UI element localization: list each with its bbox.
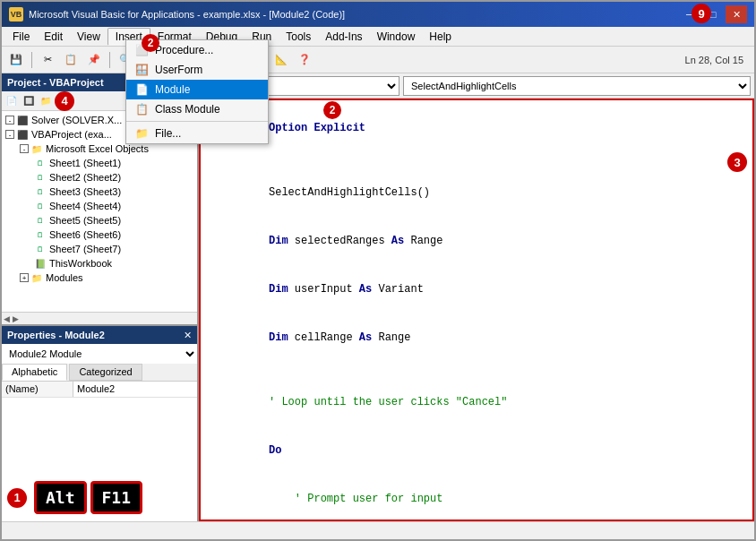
prop-name-value[interactable]: Module2: [73, 382, 197, 397]
vbaproject-icon: ⬛: [16, 128, 29, 141]
drop-classmodule[interactable]: 📋 Class Module: [126, 99, 268, 119]
code-comment-2: ' Prompt user for input: [204, 475, 749, 521]
pt-refresh[interactable]: 4: [55, 91, 74, 111]
drop-sep: [126, 121, 268, 122]
properties-title: Properties - Module2 ✕: [2, 326, 197, 344]
tb-design[interactable]: 📐: [271, 50, 292, 70]
tab-alphabetic[interactable]: Alphabetic: [2, 364, 67, 381]
tree-vbaproject-label: VBAProject (exa...: [31, 129, 112, 140]
pt-view-code[interactable]: 📄: [4, 93, 20, 109]
toolbar: 💾 ✂ 📋 📌 🔍 ↩ ↪ ▶ ⏸ ■ 📐 ❓ Ln 28, Col 15: [2, 47, 754, 73]
menu-help[interactable]: Help: [422, 29, 459, 45]
tb-copy[interactable]: 📋: [60, 50, 82, 70]
menu-view[interactable]: View: [70, 29, 107, 45]
title-controls: ─ □ ✕: [679, 5, 747, 23]
h-scroll[interactable]: ◀ ▶: [2, 312, 197, 324]
tree-sheet5-label: Sheet5 (Sheet5): [49, 215, 121, 226]
props-row-name: (Name) Module2: [2, 382, 197, 398]
key-f11: F11: [90, 481, 143, 514]
code-editor[interactable]: Option Explicit SelectAndHighlightCells(…: [199, 99, 754, 521]
sheet2-icon: 🗒: [34, 171, 47, 184]
app-icon: VB: [9, 7, 23, 21]
wb-icon: 📗: [34, 257, 47, 270]
tree-sheet3[interactable]: 🗒 Sheet3 (Sheet3): [4, 185, 195, 199]
properties-close[interactable]: ✕: [184, 330, 192, 341]
status-bar: [2, 521, 754, 539]
sheet7-icon: 🗒: [34, 243, 47, 255]
tb-paste[interactable]: 📌: [83, 50, 105, 70]
pt-toggle-folders[interactable]: 📁: [38, 93, 54, 109]
properties-title-text: Properties - Module2: [7, 330, 105, 340]
props-selector[interactable]: Module2 Module: [2, 344, 197, 364]
code-area: (al) SelectAndHighlightCells Option Expl…: [199, 73, 754, 521]
code-blank-1: [204, 152, 749, 168]
tree-modules-label: Modules: [46, 272, 83, 283]
tree-sheet7[interactable]: 🗒 Sheet7 (Sheet7): [4, 242, 195, 256]
ln-col-info: Ln 28, Col 15: [685, 55, 743, 65]
close-button[interactable]: ✕: [726, 5, 747, 23]
tree-sheet5[interactable]: 🗒 Sheet5 (Sheet5): [4, 213, 195, 228]
drop-procedure-label: Procedure...: [155, 44, 213, 56]
tree-sheet6-label: Sheet6 (Sheet6): [49, 229, 121, 240]
sheet1-icon: 🗒: [34, 157, 47, 169]
tree-sheet3-label: Sheet3 (Sheet3): [49, 186, 121, 197]
badge-1: 1: [7, 488, 27, 508]
menu-file[interactable]: File: [5, 29, 37, 45]
sheet3-icon: 🗒: [34, 185, 47, 198]
tree-sheet1[interactable]: 🗒 Sheet1 (Sheet1): [4, 156, 195, 170]
menu-addins[interactable]: Add-Ins: [318, 29, 369, 45]
props-object-select[interactable]: Module2 Module: [2, 344, 197, 364]
code-comment-1: ' Loop until the user clicks "Cancel": [204, 378, 749, 426]
tb-help[interactable]: ❓: [294, 50, 315, 70]
sheet5-icon: 🗒: [34, 214, 47, 227]
badge-3: 3: [727, 152, 747, 172]
insert-dropdown: ⬜ Procedure... 🪟 UserForm 📄 Module 2 📋 C…: [125, 39, 269, 144]
tree-wb-label: ThisWorkbook: [49, 258, 112, 269]
userform-icon: 🪟: [133, 64, 150, 76]
tree-modules[interactable]: + 📁 Modules: [4, 270, 195, 285]
drop-module-label: Module: [155, 83, 190, 96]
tree-sheet2[interactable]: 🗒 Sheet2 (Sheet2): [4, 170, 195, 185]
pt-view-obj[interactable]: 🔲: [21, 93, 37, 109]
tree-excel-objects-label: Microsoft Excel Objects: [46, 143, 149, 154]
excel-objects-icon: 📁: [30, 142, 43, 155]
code-do: Do: [204, 426, 749, 475]
modules-icon: 📁: [30, 271, 43, 284]
tree-thisworkbook[interactable]: 📗 ThisWorkbook: [4, 256, 195, 270]
menu-bar: File Edit View Insert Format Debug Run T…: [2, 27, 754, 47]
main-area: Project - VBAProject ✕ 📄 🔲 📁 4 -: [2, 73, 754, 521]
code-sub: SelectAndHighlightCells(): [204, 168, 749, 217]
tree-sheet4[interactable]: 🗒 Sheet4 (Sheet4): [4, 199, 195, 213]
sheet6-icon: 🗒: [34, 228, 47, 241]
tb-save[interactable]: 💾: [5, 50, 27, 70]
key-alt: Alt: [34, 481, 87, 514]
drop-classmodule-label: Class Module: [155, 103, 220, 116]
prop-name-label: (Name): [2, 382, 73, 397]
menu-edit[interactable]: Edit: [37, 29, 70, 45]
main-window: VB Microsoft Visual Basic for Applicatio…: [0, 0, 756, 541]
tab-categorized[interactable]: Categorized: [69, 364, 142, 381]
tb-sep-1: [31, 52, 32, 68]
props-tabs: Alphabetic Categorized: [2, 364, 197, 382]
tb-cut[interactable]: ✂: [37, 50, 58, 70]
badge-2: 2: [323, 101, 341, 119]
tree-sheet1-label: Sheet1 (Sheet1): [49, 158, 121, 168]
title-bar-left: VB Microsoft Visual Basic for Applicatio…: [9, 7, 345, 21]
drop-file[interactable]: 📁 File...: [126, 124, 268, 143]
proc-select[interactable]: SelectAndHighlightCells: [403, 76, 751, 96]
module-icon: 📄: [133, 83, 150, 96]
code-header: (al) SelectAndHighlightCells: [199, 73, 754, 99]
code-dim-3: Dim cellRange As Range: [204, 313, 749, 362]
sheet4-icon: 🗒: [34, 200, 47, 212]
badge-2-menu: 2: [142, 34, 159, 52]
classmodule-icon: 📋: [133, 103, 150, 116]
tree-solver-label: Solver (SOLVER.X...: [31, 115, 122, 125]
menu-tools[interactable]: Tools: [279, 29, 318, 45]
code-dim-1: Dim selectedRanges As Range: [204, 217, 749, 265]
project-title-text: Project - VBAProject: [7, 77, 104, 88]
menu-window[interactable]: Window: [370, 29, 423, 45]
solver-icon: ⬛: [16, 114, 29, 126]
drop-module[interactable]: 📄 Module 2: [126, 80, 268, 99]
drop-userform[interactable]: 🪟 UserForm: [126, 60, 268, 80]
tree-sheet6[interactable]: 🗒 Sheet6 (Sheet6): [4, 228, 195, 242]
